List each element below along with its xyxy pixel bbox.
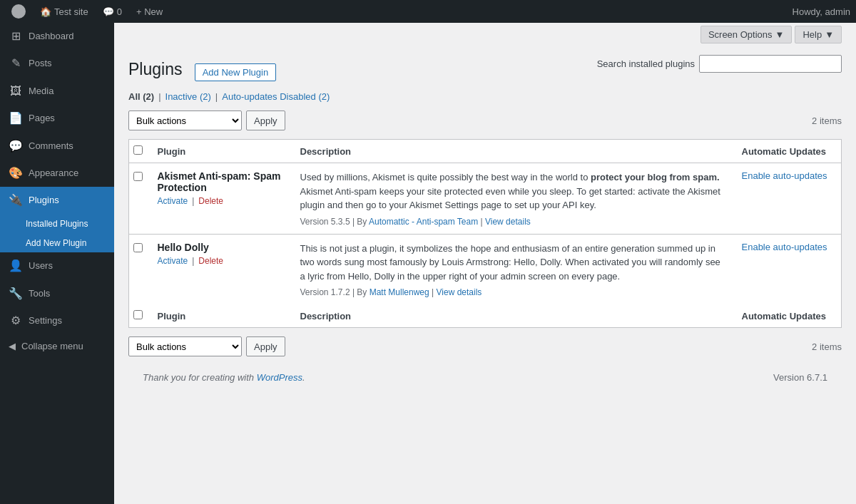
wp-admin-layout: ⊞ Dashboard ✎ Posts 🖼 Media 📄 Pa: [0, 0, 856, 504]
akismet-delete-link[interactable]: Delete: [198, 196, 223, 206]
dashboard-link[interactable]: ⊞ Dashboard: [0, 23, 114, 50]
screen-options-arrow-icon: ▼: [775, 29, 785, 40]
filter-links: All (2) Inactive (2) Auto-updates Disabl…: [128, 91, 842, 102]
comments-sidebar-link[interactable]: 💬 Comments: [0, 133, 114, 160]
sidebar-item-comments[interactable]: 💬 Comments: [0, 133, 114, 160]
akismet-enable-auto-updates-link[interactable]: Enable auto-updates: [742, 170, 827, 181]
site-name-item[interactable]: 🏠 Test site: [34, 0, 94, 23]
installed-plugins-link[interactable]: Installed Plugins: [0, 215, 114, 234]
add-new-plugin-submenu-link[interactable]: Add New Plugin: [0, 234, 114, 253]
hello-dolly-activate-link[interactable]: Activate: [158, 256, 188, 266]
sidebar-item-dashboard[interactable]: ⊞ Dashboard: [0, 23, 114, 50]
akismet-checkbox-cell: [129, 163, 151, 235]
settings-label: Settings: [29, 314, 62, 327]
new-content-item[interactable]: + New: [131, 0, 168, 23]
posts-icon: ✎: [9, 56, 23, 71]
add-new-plugin-button[interactable]: Add New Plugin: [195, 63, 277, 81]
home-icon: 🏠: [40, 6, 51, 17]
hello-dolly-enable-auto-updates-link[interactable]: Enable auto-updates: [742, 242, 827, 252]
hello-dolly-sep: |: [192, 256, 194, 266]
sidebar-item-appearance[interactable]: 🎨 Appearance: [0, 160, 114, 187]
comments-count: 0: [117, 6, 122, 17]
table-foot: Plugin Description Automatic Updates: [129, 304, 842, 328]
table-foot-row: Plugin Description Automatic Updates: [129, 304, 842, 328]
comments-sidebar-label: Comments: [29, 140, 73, 153]
comments-icon: 💬: [103, 6, 114, 17]
akismet-author-link[interactable]: Automattic - Anti-spam Team: [369, 217, 478, 227]
posts-link[interactable]: ✎ Posts: [0, 50, 114, 77]
sidebar-item-media[interactable]: 🖼 Media: [0, 78, 114, 105]
admin-bar: 🏠 Test site 💬 0 + New Howdy, admin: [0, 0, 856, 23]
collapse-menu-button[interactable]: ◀ Collapse menu: [0, 335, 114, 357]
sidebar-item-users[interactable]: 👤 Users: [0, 252, 114, 279]
comments-item[interactable]: 💬 0: [97, 0, 128, 23]
akismet-meta: Version 5.3.5 | By Automattic - Anti-spa…: [300, 217, 728, 227]
pages-label: Pages: [29, 112, 55, 125]
screen-options-button[interactable]: Screen Options ▼: [700, 26, 792, 43]
new-label: + New: [136, 6, 163, 17]
apply-bottom-button[interactable]: Apply: [246, 336, 285, 356]
sidebar-item-posts[interactable]: ✎ Posts: [0, 50, 114, 77]
akismet-auto-updates-cell: Enable auto-updates: [735, 163, 842, 235]
hello-dolly-description-cell: This is not just a plugin, it symbolizes…: [293, 234, 735, 304]
media-label: Media: [29, 85, 54, 98]
sidebar-item-settings[interactable]: ⚙ Settings: [0, 307, 114, 334]
akismet-checkbox[interactable]: [133, 172, 143, 181]
filter-inactive-link[interactable]: Inactive (2): [165, 91, 211, 102]
col-footer-checkbox: [129, 304, 151, 328]
filter-all-link[interactable]: All (2): [128, 91, 154, 102]
appearance-link[interactable]: 🎨 Appearance: [0, 160, 114, 187]
filter-all-label: All: [128, 91, 141, 102]
collapse-icon: ◀: [9, 341, 16, 351]
plugins-label: Plugins: [29, 194, 59, 207]
table-body: Akismet Anti-spam: Spam Protection Activ…: [129, 163, 842, 305]
select-all-top-checkbox[interactable]: [133, 145, 143, 155]
dashboard-label: Dashboard: [29, 30, 74, 43]
akismet-activate-span: Activate: [158, 196, 188, 206]
sidebar-item-tools[interactable]: 🔧 Tools: [0, 280, 114, 307]
select-all-bottom-checkbox[interactable]: [133, 310, 143, 319]
items-count-top: 2: [812, 115, 817, 126]
footer-wp-link[interactable]: WordPress: [257, 372, 302, 383]
filter-auto-updates-disabled-link[interactable]: Auto-updates Disabled (2): [222, 91, 330, 102]
akismet-description: Used by millions, Akismet is quite possi…: [300, 170, 728, 212]
tablenav-top-right: 2 items: [812, 115, 842, 126]
col-header-checkbox: [129, 140, 151, 163]
media-link[interactable]: 🖼 Media: [0, 78, 114, 105]
sidebar-item-plugins[interactable]: 🔌 Plugins Installed Plugins Add New Plug…: [0, 187, 114, 252]
submenu-installed-plugins[interactable]: Installed Plugins: [0, 215, 114, 234]
akismet-activate-link[interactable]: Activate: [158, 196, 188, 206]
col-header-plugin: Plugin: [151, 140, 293, 163]
tablenav-top: Bulk actions Activate Deactivate Delete …: [128, 108, 842, 133]
plugins-submenu: Installed Plugins Add New Plugin: [0, 215, 114, 253]
users-link[interactable]: 👤 Users: [0, 252, 114, 279]
plugins-link[interactable]: 🔌 Plugins: [0, 187, 114, 214]
media-icon: 🖼: [9, 83, 23, 99]
search-input[interactable]: [699, 55, 842, 73]
settings-link[interactable]: ⚙ Settings: [0, 307, 114, 334]
akismet-view-details-link[interactable]: View details: [485, 217, 531, 227]
apply-top-button[interactable]: Apply: [246, 110, 285, 130]
page-title-area: Plugins Add New Plugin Search installed …: [128, 53, 842, 86]
items-count-bottom: 2: [812, 341, 817, 352]
bulk-actions-bottom-select[interactable]: Bulk actions Activate Deactivate Delete …: [128, 336, 242, 356]
bulk-actions-top-select[interactable]: Bulk actions Activate Deactivate Delete …: [128, 110, 242, 130]
hello-dolly-delete-link[interactable]: Delete: [198, 256, 223, 266]
wp-logo-item[interactable]: [6, 0, 31, 23]
tablenav-bottom-left: Bulk actions Activate Deactivate Delete …: [128, 336, 285, 356]
hello-dolly-activate-span: Activate: [158, 256, 188, 266]
hello-dolly-author-link[interactable]: Matt Mullenweg: [370, 287, 429, 297]
table-row: Hello Dolly Activate | Delete: [129, 234, 842, 304]
pages-link[interactable]: 📄 Pages: [0, 105, 114, 132]
wp-logo-icon: [11, 4, 26, 19]
hello-dolly-checkbox[interactable]: [133, 243, 143, 252]
submenu-add-new-plugin[interactable]: Add New Plugin: [0, 234, 114, 253]
hello-dolly-view-details-link[interactable]: View details: [437, 287, 482, 297]
items-label-top: items: [820, 115, 842, 126]
help-button[interactable]: Help ▼: [795, 26, 842, 43]
tools-link[interactable]: 🔧 Tools: [0, 280, 114, 307]
filter-auto-updates-disabled-label: Auto-updates Disabled: [222, 91, 316, 102]
users-icon: 👤: [9, 258, 23, 274]
sidebar-item-pages[interactable]: 📄 Pages: [0, 105, 114, 132]
footer-credit: Thank you for creating with WordPress.: [143, 372, 305, 383]
